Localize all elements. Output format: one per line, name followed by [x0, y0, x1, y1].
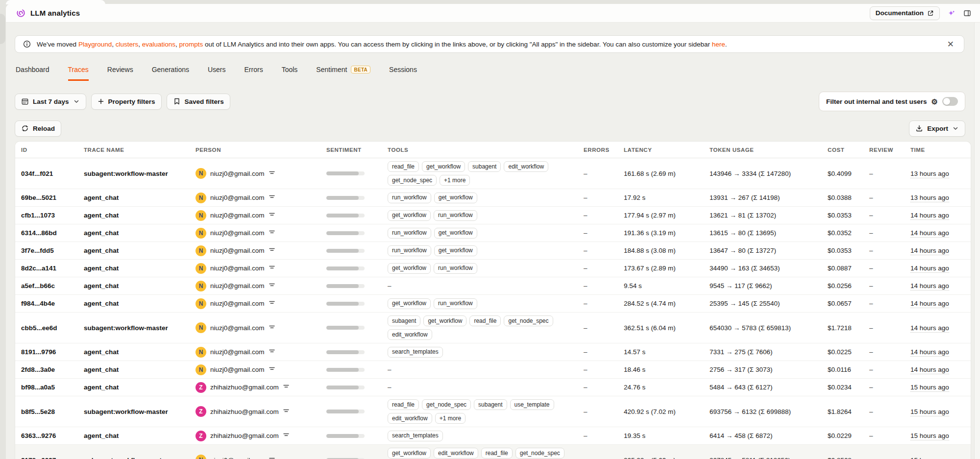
- person-filter-icon-wrap[interactable]: [269, 229, 275, 237]
- person-filter-icon[interactable]: [283, 383, 290, 390]
- column-header-person[interactable]: PERSON: [196, 147, 326, 153]
- column-header-tokens[interactable]: TOKEN USAGE: [710, 147, 828, 153]
- table-row[interactable]: 2178...0097subagent:workflow-masterNniuz…: [15, 445, 971, 459]
- tab-errors[interactable]: Errors: [245, 66, 263, 81]
- person-filter-icon[interactable]: [269, 264, 275, 271]
- table-row[interactable]: 69be...5021agent_chatNniuzj0@gmail.comru…: [15, 189, 971, 207]
- time-link[interactable]: 14 hours ago: [910, 324, 949, 333]
- gear-icon[interactable]: ⚙: [931, 98, 938, 105]
- table-row[interactable]: cbb5...ee6dsubagent:workflow-masterNniuz…: [15, 313, 971, 343]
- time-link[interactable]: 14 hours ago: [910, 348, 949, 357]
- saved-filters-button[interactable]: Saved filters: [167, 94, 230, 110]
- time-link[interactable]: 15 hours ago: [910, 457, 949, 459]
- person-filter-icon-wrap[interactable]: [269, 456, 275, 459]
- column-header-latency[interactable]: LATENCY: [624, 147, 710, 153]
- table-row[interactable]: a5ef...b66cagent_chatNniuzj0@gmail.com––…: [15, 277, 971, 295]
- table-row[interactable]: 3f7e...fdd5agent_chatNniuzj0@gmail.comru…: [15, 242, 971, 260]
- person-filter-icon-wrap[interactable]: [269, 211, 275, 219]
- side-panel-toggle-icon[interactable]: [963, 9, 971, 17]
- person-filter-icon[interactable]: [269, 348, 275, 355]
- person-filter-icon-wrap[interactable]: [269, 169, 275, 178]
- person-email: niuzj0@gmail.com: [210, 348, 265, 356]
- date-range-button[interactable]: Last 7 days: [15, 94, 86, 110]
- banner-link-clusters[interactable]: clusters: [116, 41, 139, 48]
- filter-internal-users-toggle[interactable]: [942, 97, 958, 106]
- person-filter-icon-wrap[interactable]: [269, 282, 275, 290]
- column-header-sentiment[interactable]: SENTIMENT: [326, 147, 388, 153]
- column-header-time[interactable]: TIME: [910, 147, 969, 153]
- tab-users[interactable]: Users: [208, 66, 226, 81]
- time-link[interactable]: 15 hours ago: [910, 432, 949, 440]
- person-filter-icon[interactable]: [269, 365, 275, 372]
- table-row[interactable]: 2fd8...3a0eagent_chatNniuzj0@gmail.com––…: [15, 361, 971, 379]
- person-filter-icon[interactable]: [269, 246, 275, 253]
- banner-close-icon[interactable]: ✕: [945, 40, 956, 48]
- time-link[interactable]: 14 hours ago: [910, 366, 949, 374]
- person-filter-icon-wrap[interactable]: [269, 365, 275, 374]
- person-filter-icon[interactable]: [283, 408, 290, 414]
- time-link[interactable]: 14 hours ago: [910, 247, 949, 255]
- table-row[interactable]: b8f5...5e28subagent:workflow-masterZzhih…: [15, 396, 971, 427]
- person-filter-icon[interactable]: [269, 229, 275, 236]
- time-link[interactable]: 15 hours ago: [910, 384, 949, 392]
- documentation-button[interactable]: Documentation: [870, 6, 940, 20]
- time-link[interactable]: 15 hours ago: [910, 408, 949, 416]
- person-filter-icon-wrap[interactable]: [269, 324, 275, 332]
- table-row[interactable]: 8d2c...a141agent_chatNniuzj0@gmail.comge…: [15, 260, 971, 277]
- person-filter-icon[interactable]: [269, 211, 275, 218]
- table-row[interactable]: 6314...86bdagent_chatNniuzj0@gmail.comru…: [15, 224, 971, 242]
- person-filter-icon-wrap[interactable]: [269, 264, 275, 272]
- person-filter-icon-wrap[interactable]: [269, 348, 275, 356]
- person-filter-icon-wrap[interactable]: [283, 383, 290, 391]
- tab-sessions[interactable]: Sessions: [389, 66, 417, 81]
- table-row[interactable]: f984...4b4eagent_chatNniuzj0@gmail.comge…: [15, 295, 971, 313]
- reload-button[interactable]: Reload: [15, 121, 61, 137]
- column-header-review[interactable]: REVIEW: [869, 147, 910, 153]
- person-filter-icon-wrap[interactable]: [269, 299, 275, 308]
- ai-sparkle-icon[interactable]: [948, 9, 956, 17]
- column-header-trace[interactable]: TRACE NAME: [84, 147, 196, 153]
- column-header-id[interactable]: ID: [21, 147, 84, 153]
- time-link[interactable]: 13 hours ago: [910, 170, 949, 178]
- banner-link-playground[interactable]: Playground: [78, 41, 112, 48]
- time-link[interactable]: 14 hours ago: [910, 212, 949, 220]
- banner-link-evaluations[interactable]: evaluations: [142, 41, 175, 48]
- banner-link-prompts[interactable]: prompts: [179, 41, 203, 48]
- export-button[interactable]: Export: [909, 121, 965, 137]
- person-filter-icon[interactable]: [269, 324, 275, 331]
- tab-sentiment[interactable]: SentimentBETA: [316, 66, 370, 81]
- tab-generations[interactable]: Generations: [152, 66, 189, 81]
- time-link[interactable]: 14 hours ago: [910, 265, 949, 273]
- filters-row: Last 7 days Property filters Saved filte…: [15, 91, 965, 112]
- tab-reviews[interactable]: Reviews: [107, 66, 133, 81]
- person-filter-icon-wrap[interactable]: [283, 408, 290, 416]
- sentiment-bar: [326, 386, 365, 389]
- column-header-cost[interactable]: COST: [828, 147, 869, 153]
- table-row[interactable]: bf98...a0a5agent_chatZzhihaizhuo@gmail.c…: [15, 379, 971, 396]
- person-filter-icon[interactable]: [269, 193, 275, 200]
- property-filters-button[interactable]: Property filters: [91, 94, 162, 110]
- person-filter-icon[interactable]: [269, 456, 275, 459]
- time-link[interactable]: 13 hours ago: [910, 194, 949, 202]
- person-filter-icon-wrap[interactable]: [269, 246, 275, 255]
- person-filter-icon[interactable]: [269, 282, 275, 289]
- person-filter-icon-wrap[interactable]: [283, 432, 290, 440]
- collapsed-sidebar-edge[interactable]: [0, 14, 5, 44]
- tab-tools[interactable]: Tools: [282, 66, 298, 81]
- person-filter-icon-wrap[interactable]: [269, 193, 275, 202]
- tab-traces[interactable]: Traces: [68, 66, 89, 81]
- table-row[interactable]: cfb1...1073agent_chatNniuzj0@gmail.comge…: [15, 207, 971, 224]
- time-link[interactable]: 14 hours ago: [910, 282, 949, 290]
- time-link[interactable]: 14 hours ago: [910, 229, 949, 238]
- table-row[interactable]: 034f...f021subagent:workflow-masterNniuz…: [15, 158, 971, 189]
- column-header-tools[interactable]: TOOLS: [388, 147, 584, 153]
- banner-link-here[interactable]: here: [712, 41, 725, 48]
- time-link[interactable]: 14 hours ago: [910, 300, 949, 308]
- table-row[interactable]: 6363...9276agent_chatZzhihaizhuo@gmail.c…: [15, 427, 971, 445]
- person-filter-icon[interactable]: [283, 432, 290, 438]
- tab-dashboard[interactable]: Dashboard: [16, 66, 49, 81]
- person-filter-icon[interactable]: [269, 169, 275, 176]
- column-header-errors[interactable]: ERRORS: [584, 147, 624, 153]
- table-row[interactable]: 8191...9796agent_chatNniuzj0@gmail.comse…: [15, 343, 971, 361]
- person-filter-icon[interactable]: [269, 299, 275, 306]
